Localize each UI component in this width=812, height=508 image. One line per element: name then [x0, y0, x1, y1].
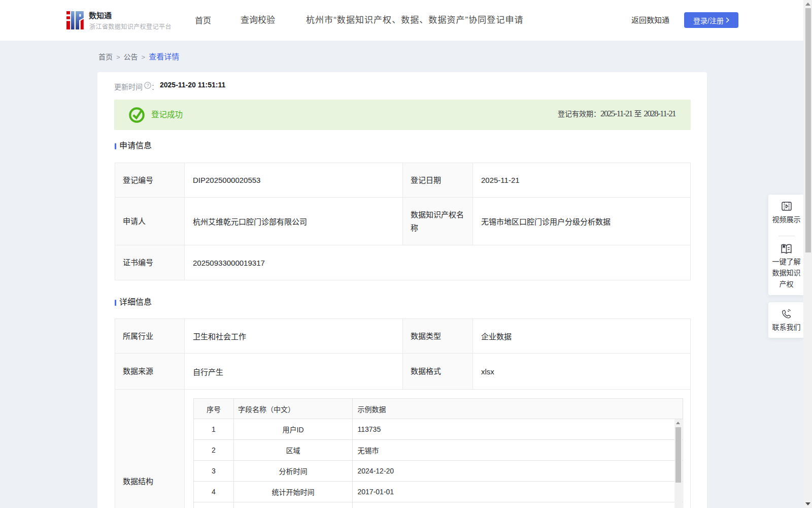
svg-text:?: ? — [146, 83, 149, 88]
